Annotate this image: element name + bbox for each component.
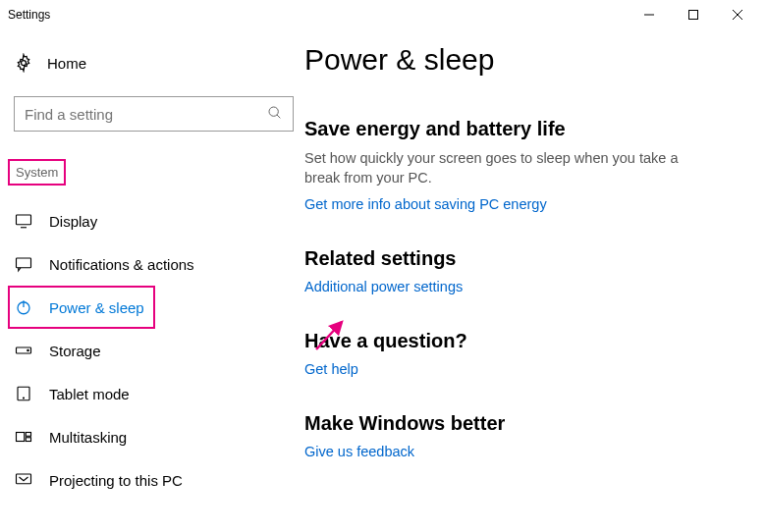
svg-point-5 — [269, 107, 278, 116]
sidebar-item-label: Multitasking — [49, 429, 127, 446]
energy-info-link[interactable]: Get more info about saving PC energy — [304, 196, 547, 212]
search-input-container[interactable] — [14, 96, 294, 132]
page-title: Power & sleep — [304, 43, 747, 77]
sidebar-item-tablet-mode[interactable]: Tablet mode — [14, 372, 304, 415]
svg-point-15 — [23, 398, 24, 399]
sidebar-item-label: Notifications & actions — [49, 256, 194, 273]
feedback-link[interactable]: Give us feedback — [304, 444, 414, 459]
svg-point-4 — [22, 61, 27, 66]
section-heading-energy: Save energy and battery life — [304, 118, 747, 140]
sidebar-item-label: Tablet mode — [49, 386, 130, 402]
project-icon — [14, 471, 33, 489]
energy-description: Set how quickly your screen goes to slee… — [304, 148, 697, 187]
sidebar-item-label: Storage — [49, 343, 101, 359]
home-label: Home — [47, 55, 86, 72]
drive-icon — [14, 342, 33, 359]
sidebar-item-label: Power & sleep — [49, 299, 144, 316]
chat-icon — [14, 255, 33, 273]
svg-rect-16 — [17, 433, 25, 442]
home-nav[interactable]: Home — [14, 43, 304, 82]
sidebar-item-label: Projecting to this PC — [49, 472, 183, 489]
window-title: Settings — [8, 8, 50, 22]
minimize-button[interactable] — [627, 0, 671, 29]
section-heading-question: Have a question? — [304, 330, 747, 352]
additional-power-settings-link[interactable]: Additional power settings — [304, 279, 463, 294]
sidebar-item-power-sleep[interactable]: Power & sleep — [8, 286, 155, 329]
sidebar-item-projecting[interactable]: Projecting to this PC — [14, 458, 304, 502]
main-content: Power & sleep Save energy and battery li… — [304, 43, 767, 502]
sidebar-item-storage[interactable]: Storage — [14, 329, 304, 372]
get-help-link[interactable]: Get help — [304, 361, 358, 377]
svg-rect-7 — [17, 215, 31, 225]
search-input[interactable] — [25, 106, 267, 123]
section-heading-related: Related settings — [304, 247, 747, 270]
tablet-icon — [14, 385, 33, 402]
category-heading: System — [8, 159, 66, 186]
multitask-icon — [14, 428, 33, 446]
search-icon — [267, 105, 283, 124]
sidebar: Home System Display Notifications & acti… — [0, 43, 304, 502]
maximize-button[interactable] — [671, 0, 715, 29]
svg-rect-1 — [688, 11, 697, 20]
close-button[interactable] — [715, 0, 759, 29]
svg-rect-17 — [26, 433, 30, 437]
power-icon — [14, 298, 33, 316]
monitor-icon — [14, 212, 33, 230]
sidebar-item-label: Display — [49, 213, 97, 230]
sidebar-item-notifications[interactable]: Notifications & actions — [14, 242, 304, 286]
svg-rect-19 — [17, 474, 31, 484]
section-heading-feedback: Make Windows better — [304, 412, 747, 435]
svg-rect-18 — [26, 438, 30, 442]
svg-point-13 — [27, 349, 29, 351]
sidebar-item-multitasking[interactable]: Multitasking — [14, 415, 304, 458]
title-bar: Settings — [0, 0, 767, 29]
svg-rect-9 — [17, 258, 31, 268]
gear-icon — [14, 53, 33, 73]
svg-line-6 — [277, 115, 280, 118]
sidebar-item-display[interactable]: Display — [14, 199, 304, 242]
